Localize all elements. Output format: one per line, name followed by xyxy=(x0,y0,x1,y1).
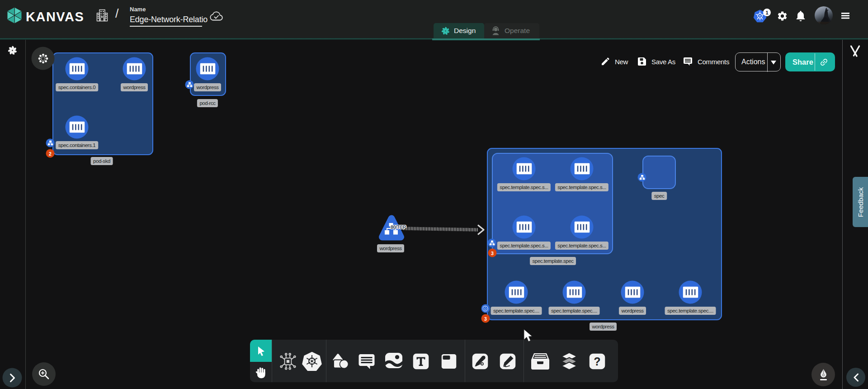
svg-text:?: ? xyxy=(594,355,600,368)
